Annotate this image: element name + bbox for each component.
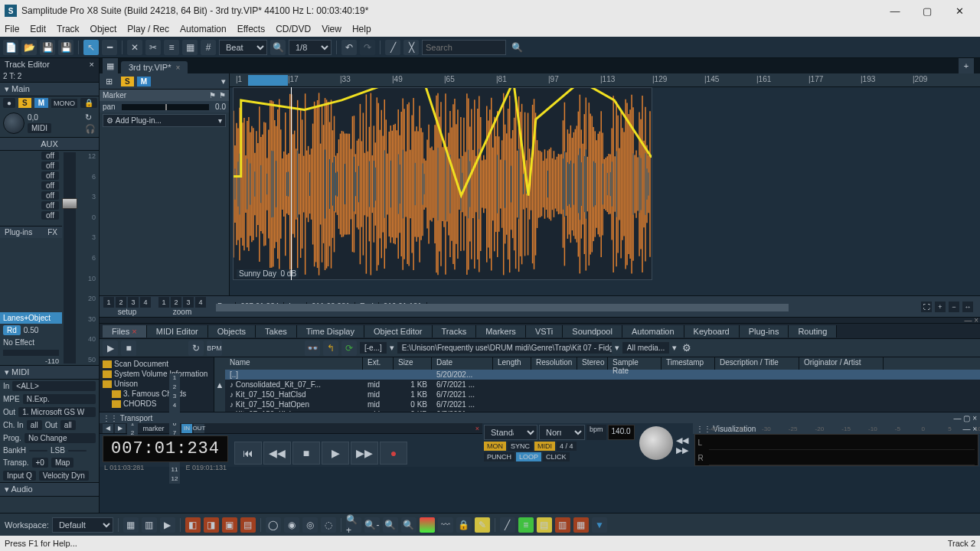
sync-button[interactable]: SYNC xyxy=(508,442,533,451)
manager-tab-objects[interactable]: Objects xyxy=(208,325,256,337)
add-tab-icon[interactable]: + xyxy=(959,58,974,73)
map-button[interactable]: Map xyxy=(51,458,74,468)
column-header[interactable]: Description / Title xyxy=(715,357,799,370)
range-tool-icon[interactable]: ━ xyxy=(102,40,117,55)
marker-next-icon[interactable]: ▶ xyxy=(115,424,126,433)
magnify-plus-icon[interactable]: 🔍+ xyxy=(346,517,361,533)
new-file-icon[interactable]: 📄 xyxy=(3,40,18,55)
arrange-area[interactable]: |1|17|33|49|65|81|97|113|129|145|161|177… xyxy=(230,73,980,295)
column-header[interactable]: Resolution xyxy=(531,357,577,370)
brown-tool-icon[interactable]: ▥ xyxy=(555,517,570,533)
play-preview-icon[interactable]: ▶ xyxy=(103,341,118,356)
track-mute-button[interactable]: M xyxy=(137,77,151,86)
grid-icon[interactable]: ▦ xyxy=(182,40,198,55)
view-2-icon[interactable]: ▥ xyxy=(142,517,157,533)
mini-slider[interactable] xyxy=(3,350,59,356)
marker-12-button[interactable]: 12 xyxy=(169,474,180,484)
volume-fader[interactable] xyxy=(64,152,76,364)
file-row[interactable]: [..]5/20/202... xyxy=(225,370,980,380)
track-editor-close-icon[interactable]: × xyxy=(90,60,94,69)
bpm-icon[interactable]: BPM xyxy=(207,341,222,356)
manager-tab-timedisplay[interactable]: Time Display xyxy=(297,325,364,337)
marker-4-button[interactable]: 4 xyxy=(169,401,180,410)
aux-7-button[interactable]: off xyxy=(41,211,59,220)
midi-ch-in[interactable]: all xyxy=(27,420,42,430)
tree-item[interactable]: System Volume Information xyxy=(101,369,212,379)
document-tab[interactable]: 3rd try.VIP* × xyxy=(121,61,188,73)
menu-effects[interactable]: Effects xyxy=(237,24,265,34)
snap-fraction-select[interactable]: 1/8 xyxy=(289,40,332,55)
manager-tab-markers[interactable]: Markers xyxy=(476,325,526,337)
solo-button[interactable]: S xyxy=(18,98,31,108)
track-grid-icon[interactable]: ⊞ xyxy=(103,75,115,87)
menu-view[interactable]: View xyxy=(322,24,341,34)
time-sig-display[interactable]: 4 / 4 xyxy=(557,442,577,451)
tree-item[interactable]: Scan Document xyxy=(101,359,212,369)
column-header[interactable]: Originator / Artist xyxy=(799,357,884,370)
lock-icon[interactable]: 🔒 xyxy=(80,98,97,108)
audio-clip[interactable]: Sunny Day 0 dB xyxy=(233,87,652,280)
zoom-in-icon[interactable]: + xyxy=(935,302,946,312)
lock-icon-2[interactable]: 🔒 xyxy=(456,517,472,533)
aux-5-button[interactable]: off xyxy=(41,191,59,200)
snap-icon[interactable]: # xyxy=(201,40,216,55)
midi-badge[interactable]: MIDI xyxy=(28,123,51,133)
scrub-left-icon[interactable]: ◀◀ xyxy=(676,435,688,445)
marker-1-icon[interactable]: ◧ xyxy=(185,517,201,533)
snap-mode-select[interactable]: Beat xyxy=(219,40,267,55)
search-input[interactable] xyxy=(422,40,506,55)
track-solo-button[interactable]: S xyxy=(121,77,134,86)
column-header[interactable]: Size xyxy=(394,357,432,370)
marker-close-icon[interactable]: × xyxy=(475,425,479,432)
file-row[interactable]: ♪ Kit_07_150_HatOpenmid0 KB6/7/2021 ... xyxy=(225,399,980,409)
column-header[interactable]: Sample Rate xyxy=(608,357,662,370)
mon-button[interactable]: MON xyxy=(484,442,506,451)
scrub-right-icon[interactable]: ▶▶ xyxy=(676,445,688,455)
menu-edit[interactable]: Edit xyxy=(30,24,46,34)
aux-2-button[interactable]: off xyxy=(41,161,59,170)
midi-in-select[interactable]: <ALL> xyxy=(12,381,96,391)
midi-sync-icon[interactable]: MIDI xyxy=(534,442,555,451)
manager-tab-soundpool[interactable]: Soundpool xyxy=(563,325,622,337)
column-header[interactable]: Name xyxy=(225,357,363,370)
tree-item[interactable]: 3. Famous Chords xyxy=(101,389,212,399)
stop-button[interactable]: ■ xyxy=(292,442,320,465)
manager-tab-objecteditor[interactable]: Object Editor xyxy=(364,325,433,337)
tool-b-icon[interactable]: ╳ xyxy=(403,40,419,55)
setup-1-button[interactable]: 1 xyxy=(103,297,114,308)
redo-icon[interactable]: ↷ xyxy=(360,40,375,55)
aux-6-button[interactable]: off xyxy=(41,201,59,210)
cut-tool-icon[interactable]: ✂ xyxy=(145,40,161,55)
yellow-tool-icon[interactable]: ▤ xyxy=(537,517,552,533)
bpm-display[interactable]: 140.0 xyxy=(608,425,635,440)
settings-gear-icon[interactable]: ⚙ xyxy=(680,341,694,355)
timecode-display[interactable]: 007:01:234 xyxy=(103,435,228,462)
volume-knob[interactable] xyxy=(3,112,24,134)
manager-tab-midieditor[interactable]: MIDI Editor xyxy=(147,325,208,337)
circle-3-icon[interactable]: ◎ xyxy=(302,517,318,533)
marker-4-icon[interactable]: ▤ xyxy=(240,517,256,533)
minimize-button[interactable]: — xyxy=(879,0,911,21)
marker-flag-icon[interactable]: ⚑ xyxy=(209,91,216,99)
aux-1-button[interactable]: off xyxy=(41,152,59,160)
aux-3-button[interactable]: off xyxy=(41,171,59,180)
folder-tree[interactable]: Scan DocumentSystem Volume InformationUn… xyxy=(100,357,214,412)
chevron-down-icon[interactable]: ▾ xyxy=(390,343,394,353)
column-header[interactable]: Stereo xyxy=(577,357,608,370)
transport-standard-select[interactable]: Standard xyxy=(484,425,537,440)
arrow-tool-icon[interactable]: ↖ xyxy=(83,40,99,55)
file-list[interactable]: NameExt.SizeDateLengthResolutionStereoSa… xyxy=(225,357,980,412)
marker-2-icon[interactable]: ◨ xyxy=(204,517,219,533)
brown-tool-2-icon[interactable]: ▦ xyxy=(573,517,589,533)
plugins-section-header[interactable]: Plug-insFX xyxy=(0,226,62,238)
punch-button[interactable]: PUNCH xyxy=(484,452,514,461)
input-q-button[interactable]: Input Q xyxy=(3,471,36,481)
manager-tab-keyboard[interactable]: Keyboard xyxy=(684,325,740,337)
mpe-select[interactable]: N.Exp. xyxy=(23,394,96,404)
search-icon[interactable]: 🔍 xyxy=(509,40,524,55)
velocity-dyn-button[interactable]: Velocity Dyn xyxy=(39,471,89,481)
column-header[interactable]: Length xyxy=(493,357,531,370)
file-row[interactable]: ♪ Consolidated_Kit_07_F...mid1 KB6/7/202… xyxy=(225,380,980,390)
aux-section-header[interactable]: AUX xyxy=(0,137,99,151)
marker-1-button[interactable]: 1 xyxy=(169,373,180,383)
